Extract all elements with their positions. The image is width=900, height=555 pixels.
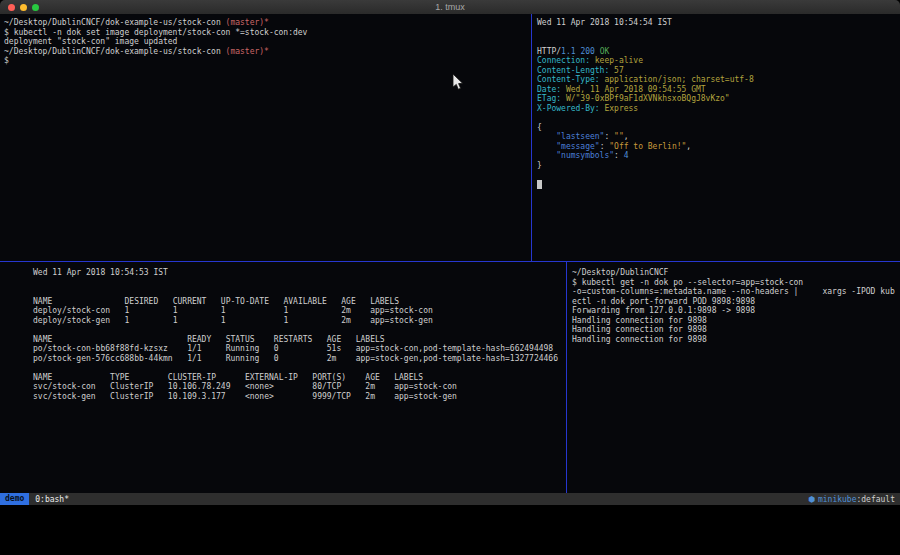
json-entry: "lastseen": "", [537,132,895,142]
pane-shell-top-left[interactable]: ~/Desktop/DublinCNCF/dok-example-us/stoc… [0,14,531,261]
http-version: 1.1 [561,47,575,56]
traffic-lights [8,4,39,11]
prompt-path: ~/Desktop/DublinCNCF/dok-example-us/stoc… [4,47,226,56]
kubectl-resources-output: NAME DESIRED CURRENT UP-TO-DATE AVAILABL… [33,297,562,402]
tmux-status-bar: demo 0:bash* ⬢minikube:default [0,493,900,505]
http-headers: Connection: keep-aliveContent-Length: 57… [537,56,895,113]
timestamp: Wed 11 Apr 2018 10:54:54 IST [537,18,895,28]
prompt-path: ~/Desktop/DublinCNCF/dok-example-us/stoc… [4,18,226,27]
kube-namespace: :default [856,495,895,504]
http-status-line: HTTP/1.1 200 OK [537,47,895,57]
minimize-button[interactable] [20,4,27,11]
close-button[interactable] [8,4,15,11]
port-forward-output: $ kubectl get -n dok po --selector=app=s… [572,278,895,345]
window-titlebar[interactable]: 1. tmux [0,0,900,14]
prompt-line: ~/Desktop/DublinCNCF/dok-example-us/stoc… [4,18,527,28]
pane-kubectl-watch[interactable]: Wed 11 Apr 2018 10:54:53 IST NAME DESIRE… [0,262,566,493]
tmux-terminal: ~/Desktop/DublinCNCF/dok-example-us/stoc… [0,14,900,493]
status-right: ⬢minikube:default [808,495,895,504]
http-header: Connection: keep-alive [537,56,895,66]
kube-context: minikube [818,495,857,504]
response-json-body: { "lastseen": "", "message": "Off to Ber… [537,123,895,171]
http-header: ETag: W/"39-0xBPf9aF1dXVNkhsxoBQgJ8vKzo" [537,94,895,104]
pane-divider-vertical-top[interactable] [531,14,532,262]
window-tab-bash[interactable]: 0:bash* [35,495,69,504]
zoom-button[interactable] [32,4,39,11]
pane-divider-horizontal[interactable] [0,261,900,262]
http-header: Content-Type: application/json; charset=… [537,75,895,85]
pane-port-forward[interactable]: ~/Desktop/DublinCNCF $ kubectl get -n do… [567,262,900,493]
json-entry: "message": "Off to Berlin!", [537,142,895,152]
git-branch: (master)* [226,18,269,27]
pane-divider-vertical-bottom[interactable] [566,262,567,493]
http-header: X-Powered-By: Express [537,104,895,114]
window-title: 1. tmux [435,2,465,12]
timestamp: Wed 11 Apr 2018 10:54:53 IST [33,268,562,278]
prompt-line: ~/Desktop/DublinCNCF/dok-example-us/stoc… [4,47,527,57]
json-entry: "numsymbols": 4 [537,151,895,161]
git-branch: (master)* [226,47,269,56]
command-line: $ kubectl -n dok set image deployment/st… [4,28,527,38]
http-protocol: HTTP/ [537,47,561,56]
command-output: deployment "stock-con" image updated [4,37,527,47]
cwd-line: ~/Desktop/DublinCNCF [572,268,895,278]
http-status-code: 200 [580,47,594,56]
pane-http-response[interactable]: Wed 11 Apr 2018 10:54:54 IST HTTP/1.1 20… [532,14,900,261]
minikube-hexagon-icon: ⬢ [808,495,815,504]
terminal-cursor [537,180,542,189]
session-name[interactable]: demo [0,493,29,505]
http-header: Content-Length: 57 [537,66,895,76]
http-header: Date: Wed, 11 Apr 2018 09:54:55 GMT [537,85,895,95]
http-status-text: OK [600,47,610,56]
terminal-window: 1. tmux ~/Desktop/DublinCNCF/dok-example… [0,0,900,505]
prompt-char: $ [4,56,527,66]
mouse-pointer-icon [452,74,463,91]
